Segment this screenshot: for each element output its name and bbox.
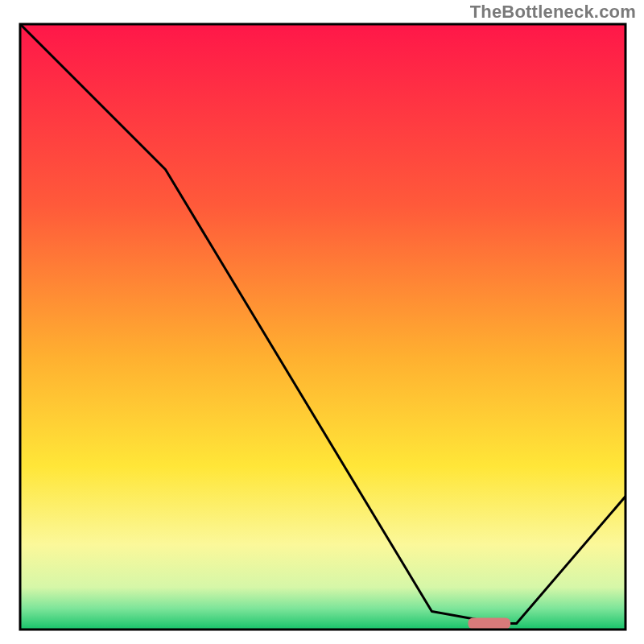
- bottleneck-chart: [0, 0, 644, 644]
- watermark-label: TheBottleneck.com: [470, 2, 636, 23]
- optimal-marker: [468, 617, 510, 629]
- chart-container: TheBottleneck.com: [0, 0, 644, 644]
